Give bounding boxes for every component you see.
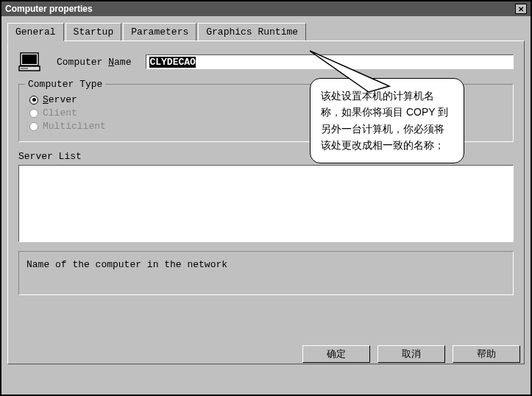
computer-name-value: CLYDECAO — [149, 57, 195, 68]
computer-name-row: Computer Name CLYDECAO — [18, 52, 514, 72]
svg-marker-4 — [310, 51, 389, 92]
window-title: Computer properties — [5, 4, 93, 14]
tab-graphics-runtime[interactable]: Graphics Runtime — [198, 23, 306, 41]
description-box: Name of the computer in the network — [18, 251, 514, 295]
dialog-buttons: 确定 取消 帮助 — [302, 345, 520, 363]
tab-label: Startup — [74, 26, 114, 38]
callout-text: 该处设置本机的计算机名称，如果你将项目 COPY 到另外一台计算机，你必须将该处… — [321, 90, 448, 151]
computer-name-label: Computer Name — [57, 57, 131, 68]
computer-icon — [18, 52, 42, 72]
titlebar: Computer properties ✕ — [1, 1, 531, 16]
tab-general[interactable]: General — [7, 23, 64, 41]
callout-pointer — [310, 49, 405, 93]
description-text: Name of the computer in the network — [26, 259, 227, 270]
server-list-box[interactable] — [18, 165, 514, 242]
tab-parameters[interactable]: Parameters — [123, 23, 196, 41]
computer-type-legend: Computer Type — [25, 79, 105, 90]
content-area: General Startup Parameters Graphics Runt… — [1, 16, 531, 370]
radio-icon — [29, 122, 38, 131]
dialog-window: Computer properties ✕ General Startup Pa… — [1, 1, 531, 395]
svg-rect-1 — [22, 54, 37, 64]
button-label: 取消 — [402, 347, 421, 361]
radio-icon — [29, 109, 38, 118]
tab-label: Parameters — [131, 26, 188, 38]
radio-label: Server — [43, 94, 77, 105]
ok-button[interactable]: 确定 — [302, 345, 370, 363]
tab-label: General — [15, 26, 56, 38]
radio-icon — [29, 96, 38, 105]
tab-strip: General Startup Parameters Graphics Runt… — [7, 23, 525, 41]
radio-label: Client — [43, 107, 77, 119]
help-button[interactable]: 帮助 — [453, 345, 520, 363]
radio-label: Multiclient — [43, 121, 106, 132]
close-button[interactable]: ✕ — [515, 4, 527, 14]
cancel-button[interactable]: 取消 — [377, 345, 445, 363]
tab-label: Graphics Runtime — [206, 26, 298, 38]
close-icon: ✕ — [518, 5, 524, 13]
button-label: 确定 — [327, 347, 346, 361]
tab-startup[interactable]: Startup — [65, 23, 122, 41]
button-label: 帮助 — [477, 347, 496, 361]
svg-rect-3 — [21, 68, 28, 69]
